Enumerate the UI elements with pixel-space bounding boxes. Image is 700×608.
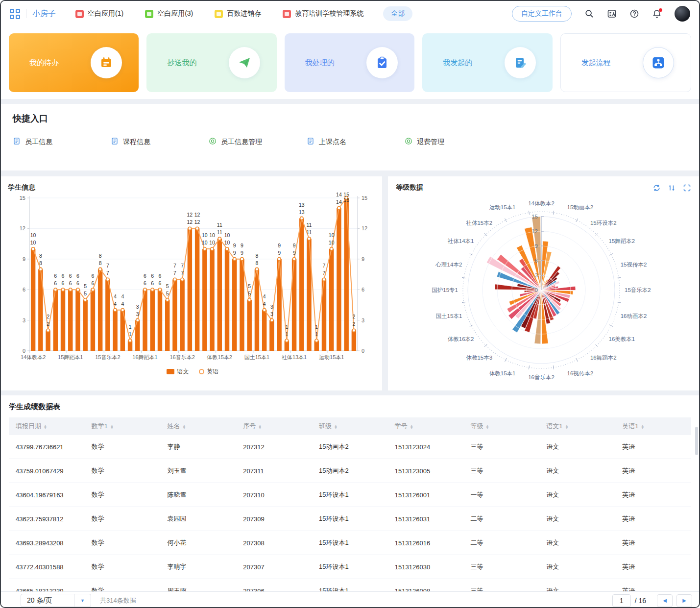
table-cell: 43623.75937812 [9,507,85,531]
total-pages-label: / 16 [635,597,646,605]
svg-text:10: 10 [224,232,230,238]
table-scrollbar[interactable] [695,427,698,455]
table-row[interactable]: 43759.01067429数学刘玉雪20731115动画本2151312300… [9,459,691,483]
line-point [338,207,340,210]
svg-text:4: 4 [114,301,117,307]
bar [352,330,356,351]
svg-text:16音乐本2: 16音乐本2 [169,354,194,360]
notification-bell-icon[interactable] [652,9,662,19]
svg-text:2: 2 [352,321,355,327]
table-header-cell[interactable]: 姓名▲▼ [161,417,237,435]
table-row[interactable]: 43799.76736621数学李静20731215动画本21513123024… [9,435,691,459]
refresh-icon[interactable] [652,184,661,192]
sort-carets-icon[interactable]: ▲▼ [44,424,47,429]
sort-carets-icon[interactable]: ▲▼ [334,424,338,429]
rose-category-label: 16动画本2 [621,313,647,319]
bar [240,259,244,351]
quick-link[interactable]: 课程信息 [111,137,209,146]
legend-item[interactable]: 语文 [167,367,189,376]
table-header-cell[interactable]: 填报日期▲▼ [9,417,85,435]
sort-carets-icon[interactable]: ▲▼ [565,424,569,429]
svg-text:7: 7 [181,263,184,268]
quick-link[interactable]: 员工信息 [13,137,111,146]
all-apps-button[interactable]: 全部 [383,6,412,21]
next-page-button[interactable]: ▶ [676,594,692,607]
table-row[interactable]: 43665.18313239数学周玉雨20730615环设本1151312600… [9,579,691,592]
sort-carets-icon[interactable]: ▲▼ [410,424,413,429]
bar [172,279,177,351]
app-tab[interactable]: 教育培训学校管理系统 [283,9,363,18]
line-point [285,339,288,342]
table-cell: 43604.19679163 [9,483,85,507]
table-row[interactable]: 43604.19679163数学陈晓雪20731015环设本1151312600… [9,483,691,507]
rose-category-label: 国护15专1 [432,287,458,293]
prev-page-button[interactable]: ◀ [657,594,673,607]
svg-text:7: 7 [173,270,176,276]
sort-carets-icon[interactable]: ▲▼ [258,424,262,429]
svg-text:5: 5 [84,283,87,289]
column-label: 填报日期 [16,422,41,430]
workbench-card[interactable]: 抄送我的 [146,33,276,92]
search-icon[interactable] [584,9,594,19]
sort-carets-icon[interactable]: ▲▼ [183,424,186,429]
divider [26,9,26,18]
quick-link[interactable]: 员工信息管理 [209,137,307,146]
workbench-card[interactable]: 我的待办 [9,33,139,92]
sort-carets-icon[interactable]: ▲▼ [641,424,644,429]
svg-text:12: 12 [362,225,367,231]
quick-link[interactable]: 退费管理 [405,137,503,146]
current-page-input[interactable]: 1 [612,594,631,607]
table-cell: 二等 [464,507,540,531]
app-tab[interactable]: 百数进销存 [215,9,261,18]
workbench-card[interactable]: 发起流程 [560,33,691,92]
quick-link[interactable]: 上课点名 [307,137,405,146]
table-header-cell[interactable]: 数学1▲▼ [85,417,161,435]
bar [225,249,229,351]
fullscreen-icon[interactable] [683,184,691,192]
line-series [33,198,354,340]
table-header-cell[interactable]: 班级▲▼ [312,417,388,435]
document-icon [13,137,21,146]
table-header-cell[interactable]: 英语1▲▼ [615,417,691,435]
table-row[interactable]: 43693.28943208数学何小花20730815环设本1151312601… [9,531,691,555]
sort-carets-icon[interactable]: ▲▼ [486,424,489,429]
avatar[interactable] [675,6,690,22]
quick-link-label: 员工信息管理 [221,138,262,146]
apps-grid-icon[interactable] [10,9,20,19]
page-size-select[interactable]: 20 条/页 ▼ [21,594,91,607]
table-row[interactable]: 43623.75937812数学袁园园20730915环设本1151312603… [9,507,691,531]
bar [31,249,35,351]
table-header-cell[interactable]: 学号▲▼ [388,417,464,435]
table-cell: 英语 [615,507,691,531]
help-icon[interactable] [629,9,639,19]
workbench-card[interactable]: 我处理的 [285,33,414,92]
sort-carets-icon[interactable]: ▲▼ [110,424,114,429]
sort-icon[interactable] [668,184,676,192]
bar [113,310,117,351]
bar [210,249,214,351]
rose-category-label: 16美教本1 [609,336,635,342]
table-row[interactable]: 43772.40301588数学李晴宇20730715环设本1151312603… [9,555,691,579]
app-tab[interactable]: 空白应用(3) [145,9,193,18]
table-header-cell[interactable]: 等级▲▼ [464,417,540,435]
svg-text:5: 5 [248,291,251,296]
rose-category-label: 社体15本2 [466,220,492,226]
workspace-title[interactable]: 小房子 [32,9,56,19]
table-header-cell[interactable]: 序号▲▼ [236,417,312,435]
translate-icon[interactable] [607,9,617,19]
table-cell: 数学 [85,459,161,483]
card-label: 发起流程 [581,58,611,68]
table-header-cell[interactable]: 语文1▲▼ [539,417,615,435]
customize-workbench-button[interactable]: 自定义工作台 [512,6,572,22]
column-label: 语文1 [546,422,562,430]
gap [1,390,699,395]
workbench-card[interactable]: 我发起的 [422,33,552,92]
legend-item[interactable]: 英语 [199,367,219,376]
charts-row: 学生信息 00336699121215151010882266666666556… [1,176,699,390]
bar [180,279,184,351]
line-point [39,268,42,270]
app-tab[interactable]: 空白应用(1) [75,9,123,18]
rose-category-label: 社体14本1 [448,238,474,244]
chevron-down-icon: ▼ [74,594,91,607]
table-cell: 三等 [464,435,540,459]
